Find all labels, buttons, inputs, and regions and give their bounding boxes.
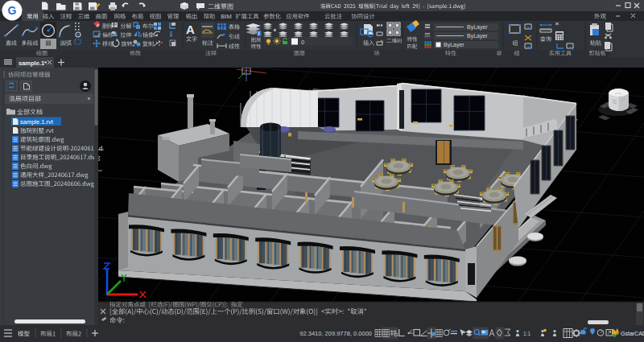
svg-text:BIM: BIM xyxy=(221,13,231,20)
svg-text:G: G xyxy=(8,4,17,17)
svg-text:A: A xyxy=(186,23,195,36)
svg-text:ByLayer: ByLayer xyxy=(444,42,464,48)
svg-text:sample.1*: sample.1* xyxy=(19,60,47,67)
svg-text:92.3410, 209.9778, 0.0000: 92.3410, 209.9778, 0.0000 xyxy=(299,330,372,337)
svg-text:ByLayer: ByLayer xyxy=(467,33,488,39)
svg-text:0: 0 xyxy=(301,39,304,46)
svg-text:sample.1.rvt: sample.1.rvt xyxy=(20,118,54,126)
svg-text:1:1: 1:1 xyxy=(523,331,530,336)
svg-text:GstarCAD: GstarCAD xyxy=(621,331,644,336)
svg-text:ByLayer: ByLayer xyxy=(467,24,488,31)
